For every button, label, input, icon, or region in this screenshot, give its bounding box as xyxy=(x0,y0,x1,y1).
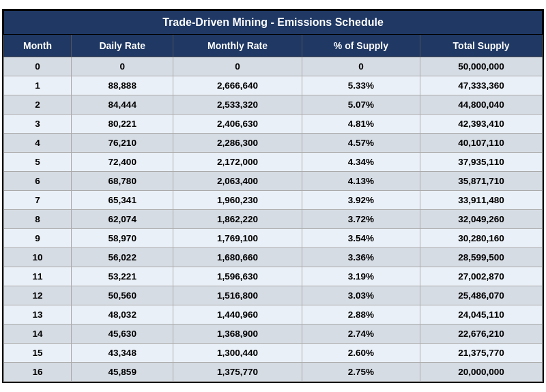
table-row: 1645,8591,375,7702.75%20,000,000 xyxy=(4,363,543,382)
col-header-3: % of Supply xyxy=(302,35,420,57)
cell-r14-c0: 14 xyxy=(4,325,72,344)
cell-r8-c4: 32,049,260 xyxy=(420,210,543,229)
cell-r2-c0: 2 xyxy=(4,95,72,115)
cell-r4-c4: 40,107,110 xyxy=(420,134,543,153)
table-row: 1250,5601,516,8003.03%25,486,070 xyxy=(4,286,543,305)
cell-r12-c1: 50,560 xyxy=(72,286,173,305)
cell-r4-c2: 2,286,300 xyxy=(173,134,302,153)
cell-r5-c4: 37,935,110 xyxy=(420,153,543,172)
cell-r12-c2: 1,516,800 xyxy=(173,286,302,305)
cell-r7-c1: 65,341 xyxy=(72,191,173,210)
table-row: 765,3411,960,2303.92%33,911,480 xyxy=(4,191,543,210)
cell-r0-c1: 0 xyxy=(72,57,173,76)
cell-r1-c4: 47,333,360 xyxy=(420,76,543,95)
table-row: 476,2102,286,3004.57%40,107,110 xyxy=(4,134,543,153)
cell-r9-c4: 30,280,160 xyxy=(420,229,543,248)
cell-r4-c1: 76,210 xyxy=(72,134,173,153)
cell-r13-c1: 48,032 xyxy=(72,305,173,325)
table-row: 380,2212,406,6304.81%42,393,410 xyxy=(4,115,543,134)
table-row: 1445,6301,368,9002.74%22,676,210 xyxy=(4,325,543,344)
cell-r8-c3: 3.72% xyxy=(302,210,420,229)
cell-r6-c2: 2,063,400 xyxy=(173,172,302,191)
cell-r8-c0: 8 xyxy=(4,210,72,229)
cell-r6-c4: 35,871,710 xyxy=(420,172,543,191)
cell-r13-c3: 2.88% xyxy=(302,305,420,325)
cell-r10-c0: 10 xyxy=(4,248,72,267)
cell-r10-c2: 1,680,660 xyxy=(173,248,302,267)
cell-r16-c0: 16 xyxy=(4,363,72,382)
cell-r10-c1: 56,022 xyxy=(72,248,173,267)
cell-r10-c3: 3.36% xyxy=(302,248,420,267)
cell-r5-c3: 4.34% xyxy=(302,153,420,172)
cell-r1-c2: 2,666,640 xyxy=(173,76,302,95)
cell-r5-c0: 5 xyxy=(4,153,72,172)
cell-r15-c3: 2.60% xyxy=(302,344,420,363)
cell-r14-c4: 22,676,210 xyxy=(420,325,543,344)
table-row: 188,8882,666,6405.33%47,333,360 xyxy=(4,76,543,95)
header-row: MonthDaily RateMonthly Rate% of SupplyTo… xyxy=(4,35,543,57)
table-title: Trade-Driven Mining - Emissions Schedule xyxy=(4,11,543,35)
cell-r11-c3: 3.19% xyxy=(302,267,420,286)
cell-r11-c2: 1,596,630 xyxy=(173,267,302,286)
cell-r13-c4: 24,045,110 xyxy=(420,305,543,325)
cell-r12-c4: 25,486,070 xyxy=(420,286,543,305)
cell-r10-c4: 28,599,500 xyxy=(420,248,543,267)
cell-r0-c3: 0 xyxy=(302,57,420,76)
cell-r0-c2: 0 xyxy=(173,57,302,76)
cell-r2-c3: 5.07% xyxy=(302,95,420,115)
cell-r16-c2: 1,375,770 xyxy=(173,363,302,382)
col-header-4: Total Supply xyxy=(420,35,543,57)
table-body: 000050,000,000188,8882,666,6405.33%47,33… xyxy=(4,57,543,382)
cell-r13-c0: 13 xyxy=(4,305,72,325)
table-row: 958,9701,769,1003.54%30,280,160 xyxy=(4,229,543,248)
table-row: 1153,2211,596,6303.19%27,002,870 xyxy=(4,267,543,286)
cell-r3-c1: 80,221 xyxy=(72,115,173,134)
cell-r15-c1: 43,348 xyxy=(72,344,173,363)
cell-r8-c1: 62,074 xyxy=(72,210,173,229)
cell-r16-c4: 20,000,000 xyxy=(420,363,543,382)
cell-r3-c2: 2,406,630 xyxy=(173,115,302,134)
cell-r16-c3: 2.75% xyxy=(302,363,420,382)
cell-r1-c1: 88,888 xyxy=(72,76,173,95)
cell-r14-c2: 1,368,900 xyxy=(173,325,302,344)
cell-r2-c2: 2,533,320 xyxy=(173,95,302,115)
cell-r6-c3: 4.13% xyxy=(302,172,420,191)
table-row: 284,4442,533,3205.07%44,800,040 xyxy=(4,95,543,115)
table-container: Trade-Driven Mining - Emissions Schedule… xyxy=(2,9,544,383)
cell-r14-c1: 45,630 xyxy=(72,325,173,344)
col-header-2: Monthly Rate xyxy=(173,35,302,57)
cell-r13-c2: 1,440,960 xyxy=(173,305,302,325)
cell-r4-c0: 4 xyxy=(4,134,72,153)
cell-r15-c2: 1,300,440 xyxy=(173,344,302,363)
cell-r16-c1: 45,859 xyxy=(72,363,173,382)
cell-r9-c0: 9 xyxy=(4,229,72,248)
cell-r5-c2: 2,172,000 xyxy=(173,153,302,172)
cell-r9-c1: 58,970 xyxy=(72,229,173,248)
cell-r9-c2: 1,769,100 xyxy=(173,229,302,248)
cell-r4-c3: 4.57% xyxy=(302,134,420,153)
table-row: 668,7802,063,4004.13%35,871,710 xyxy=(4,172,543,191)
title-row: Trade-Driven Mining - Emissions Schedule xyxy=(4,11,543,35)
cell-r3-c0: 3 xyxy=(4,115,72,134)
col-header-1: Daily Rate xyxy=(72,35,173,57)
table-row: 1543,3481,300,4402.60%21,375,770 xyxy=(4,344,543,363)
cell-r7-c0: 7 xyxy=(4,191,72,210)
cell-r3-c4: 42,393,410 xyxy=(420,115,543,134)
cell-r0-c4: 50,000,000 xyxy=(420,57,543,76)
cell-r12-c0: 12 xyxy=(4,286,72,305)
col-header-0: Month xyxy=(4,35,72,57)
table-row: 000050,000,000 xyxy=(4,57,543,76)
cell-r6-c0: 6 xyxy=(4,172,72,191)
cell-r11-c0: 11 xyxy=(4,267,72,286)
table-row: 1056,0221,680,6603.36%28,599,500 xyxy=(4,248,543,267)
cell-r15-c4: 21,375,770 xyxy=(420,344,543,363)
cell-r2-c1: 84,444 xyxy=(72,95,173,115)
cell-r11-c4: 27,002,870 xyxy=(420,267,543,286)
cell-r5-c1: 72,400 xyxy=(72,153,173,172)
cell-r15-c0: 15 xyxy=(4,344,72,363)
cell-r7-c4: 33,911,480 xyxy=(420,191,543,210)
cell-r14-c3: 2.74% xyxy=(302,325,420,344)
cell-r1-c3: 5.33% xyxy=(302,76,420,95)
cell-r1-c0: 1 xyxy=(4,76,72,95)
cell-r3-c3: 4.81% xyxy=(302,115,420,134)
